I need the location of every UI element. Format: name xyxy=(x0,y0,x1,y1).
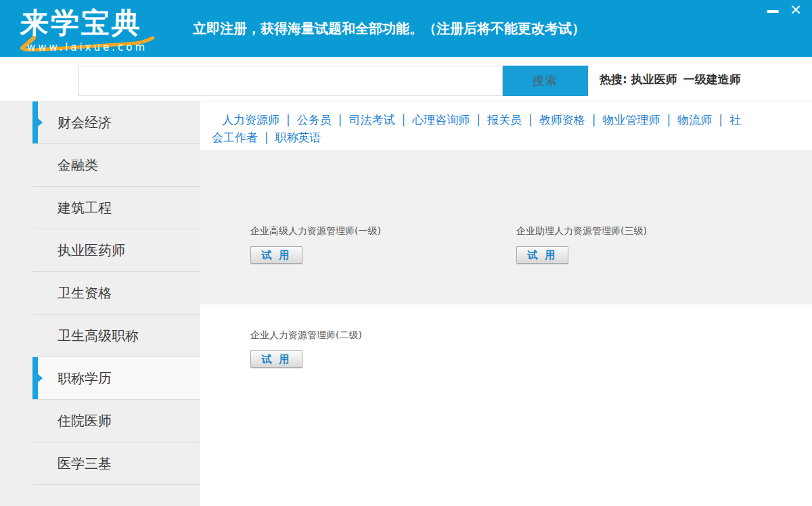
logo[interactable]: 来学宝典 www.laixue.com xyxy=(19,3,161,55)
category-tabs: 人力资源师|公务员|司法考试|心理咨询师|报关员|教师资格|物业管理师|物流师|… xyxy=(212,111,746,146)
hot-search-term-2[interactable]: 一级建造师 xyxy=(683,72,741,86)
product-card: 企业人力资源管理师(二级) 试 用 xyxy=(250,329,508,368)
product-card: 企业助理人力资源管理师(三级) 试 用 xyxy=(516,225,773,264)
minimize-icon xyxy=(767,10,779,13)
app-window: 来学宝典 www.laixue.com 立即注册，获得海量试题和全部功能。（注册… xyxy=(0,0,812,506)
hot-search: 热搜: 执业医师一级建造师 xyxy=(600,72,747,87)
sidebar-item-health-qualification[interactable]: 卫生资格 xyxy=(32,272,200,315)
main-content: 人力资源师|公务员|司法考试|心理咨询师|报关员|教师资格|物业管理师|物流师|… xyxy=(200,101,812,506)
tab-separator: | xyxy=(286,113,290,127)
tab-separator: | xyxy=(667,113,671,127)
search-button[interactable]: 搜索 xyxy=(503,66,588,96)
top-header-bar: 来学宝典 www.laixue.com 立即注册，获得海量试题和全部功能。（注册… xyxy=(0,0,812,57)
tab-separator: | xyxy=(476,113,480,127)
trial-button[interactable]: 试 用 xyxy=(250,350,302,368)
tab-property-manager[interactable]: 物业管理师 xyxy=(602,113,660,127)
product-card: 企业高级人力资源管理师(一级) 试 用 xyxy=(250,225,508,264)
product-title: 企业人力资源管理师(二级) xyxy=(250,329,508,342)
sidebar-item-health-senior-title[interactable]: 卫生高级职称 xyxy=(32,315,200,357)
sidebar-item-resident-doctor[interactable]: 住院医师 xyxy=(32,400,200,442)
tab-separator: | xyxy=(401,113,405,127)
sidebar: 财会经济 金融类 建筑工程 执业医药师 卫生资格 卫生高级职称 职称学历 住院医… xyxy=(0,101,200,506)
tab-separator: | xyxy=(528,113,533,127)
trial-button[interactable]: 试 用 xyxy=(516,246,568,264)
search-row: 搜索 热搜: 执业医师一级建造师 xyxy=(0,57,812,101)
hot-search-label: 热搜: xyxy=(600,72,627,86)
hot-search-term-1[interactable]: 执业医师 xyxy=(631,72,677,86)
minimize-button[interactable] xyxy=(765,5,781,16)
close-button[interactable]: × xyxy=(786,0,805,19)
tab-title-english[interactable]: 职称英语 xyxy=(275,131,321,144)
search-input[interactable] xyxy=(78,66,503,96)
tab-civil-service[interactable]: 公务员 xyxy=(297,113,332,127)
tab-separator: | xyxy=(592,113,596,127)
sidebar-item-finance-economy[interactable]: 财会经济 xyxy=(32,101,200,144)
tab-psych-counselor[interactable]: 心理咨询师 xyxy=(412,113,470,127)
sidebar-item-licensed-pharmacist[interactable]: 执业医药师 xyxy=(32,229,200,272)
tab-logistics[interactable]: 物流师 xyxy=(677,113,712,127)
tab-separator: | xyxy=(265,131,269,144)
sidebar-item-medical-basics[interactable]: 医学三基 xyxy=(32,442,200,485)
tab-teacher-cert[interactable]: 教师资格 xyxy=(539,113,585,127)
tab-separator: | xyxy=(338,113,342,127)
tab-judicial-exam[interactable]: 司法考试 xyxy=(348,113,394,127)
sidebar-item-financial[interactable]: 金融类 xyxy=(32,144,200,187)
tab-hr[interactable]: 人力资源师 xyxy=(222,113,279,127)
sidebar-item-title-education[interactable]: 职称学历 xyxy=(32,357,200,400)
product-title: 企业高级人力资源管理师(一级) xyxy=(250,225,508,237)
close-icon: × xyxy=(790,1,802,18)
sidebar-item-construction[interactable]: 建筑工程 xyxy=(32,187,200,229)
trial-button[interactable]: 试 用 xyxy=(250,246,302,264)
tab-separator: | xyxy=(719,113,723,127)
product-title: 企业助理人力资源管理师(三级) xyxy=(516,225,773,237)
tab-customs-broker[interactable]: 报关员 xyxy=(487,113,522,127)
header-announcement: 立即注册，获得海量试题和全部功能。（注册后将不能更改考试） xyxy=(193,20,585,38)
logo-url: www.laixue.com xyxy=(27,41,148,53)
